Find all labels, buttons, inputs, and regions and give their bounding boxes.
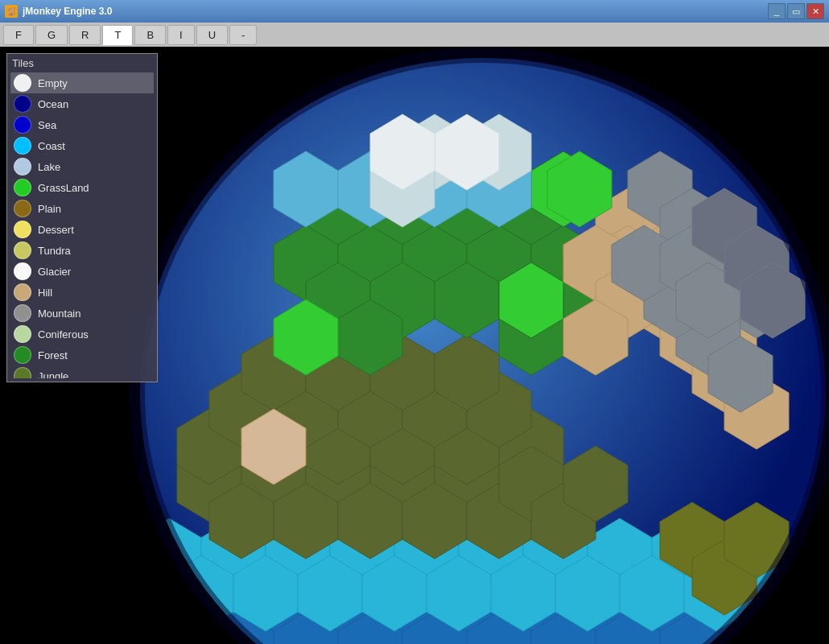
- tile-color-swatch: [14, 137, 31, 155]
- tile-label: Lake: [38, 161, 60, 173]
- tile-list-container: EmptyOceanSeaCoastLakeGrassLandPlainDess…: [10, 72, 154, 378]
- tile-item[interactable]: Tundra: [10, 240, 154, 261]
- tile-label: Empty: [38, 77, 68, 89]
- window-title: jMonkey Engine 3.0: [23, 6, 768, 17]
- tile-item[interactable]: Coast: [10, 135, 154, 156]
- tile-label: Mountain: [38, 308, 80, 320]
- menu-item-g[interactable]: G: [35, 25, 68, 45]
- menu-item-i[interactable]: I: [167, 25, 195, 45]
- restore-button[interactable]: ▭: [787, 3, 805, 19]
- menu-item-t[interactable]: T: [102, 25, 133, 45]
- tile-color-swatch: [14, 262, 31, 280]
- tile-label: Dessert: [38, 224, 74, 236]
- tile-label: Jungle: [38, 370, 68, 379]
- tile-label: Tundra: [38, 245, 71, 257]
- app-icon: 🐒: [5, 5, 18, 18]
- tile-item[interactable]: Forest: [10, 345, 154, 365]
- panel-title: Tiles: [10, 57, 154, 69]
- tile-color-swatch: [14, 242, 31, 259]
- menu-item--[interactable]: -: [229, 25, 257, 45]
- tile-item[interactable]: Plain: [10, 198, 154, 219]
- tile-item[interactable]: Empty: [10, 72, 154, 93]
- tile-item[interactable]: Hill: [10, 282, 154, 303]
- tile-color-swatch: [14, 116, 31, 134]
- menubar: FGRTBIU-: [0, 23, 829, 47]
- tile-list[interactable]: EmptyOceanSeaCoastLakeGrassLandPlainDess…: [10, 72, 154, 378]
- minimize-button[interactable]: _: [768, 3, 786, 19]
- menu-item-u[interactable]: U: [196, 25, 228, 45]
- titlebar: 🐒 jMonkey Engine 3.0 _ ▭ ✕: [0, 0, 829, 23]
- tile-label: Plain: [38, 203, 61, 215]
- tile-item[interactable]: Jungle: [10, 365, 154, 378]
- tile-label: Coast: [38, 140, 65, 152]
- window-controls: _ ▭ ✕: [768, 3, 824, 19]
- tile-label: Sea: [38, 119, 56, 131]
- menu-item-f[interactable]: F: [3, 25, 34, 45]
- tile-item[interactable]: GrassLand: [10, 177, 154, 198]
- tile-color-swatch: [14, 95, 31, 113]
- tile-item[interactable]: Dessert: [10, 219, 154, 240]
- tile-label: Hill: [38, 287, 52, 299]
- tile-label: Glacier: [38, 266, 71, 278]
- tile-item[interactable]: Coniferous: [10, 324, 154, 345]
- tile-color-swatch: [14, 74, 31, 92]
- tile-label: GrassLand: [38, 182, 89, 194]
- close-button[interactable]: ✕: [806, 3, 824, 19]
- tile-color-swatch: [14, 304, 31, 322]
- tile-color-swatch: [14, 158, 31, 175]
- tile-color-swatch: [14, 367, 31, 378]
- tile-color-swatch: [14, 221, 31, 238]
- main-area: Tiles EmptyOceanSeaCoastLakeGrassLandPla…: [0, 47, 829, 644]
- tile-label: Coniferous: [38, 328, 89, 341]
- tile-label: Ocean: [38, 98, 68, 110]
- tile-color-swatch: [14, 325, 31, 343]
- tile-color-swatch: [14, 179, 31, 196]
- tile-item[interactable]: Lake: [10, 156, 154, 177]
- tile-item[interactable]: Sea: [10, 114, 154, 135]
- tile-item[interactable]: Mountain: [10, 303, 154, 324]
- menu-item-b[interactable]: B: [134, 25, 166, 45]
- tile-color-swatch: [14, 346, 31, 364]
- tile-item[interactable]: Glacier: [10, 261, 154, 282]
- tile-color-swatch: [14, 200, 31, 217]
- tile-color-swatch: [14, 283, 31, 301]
- tile-label: Forest: [38, 349, 68, 361]
- side-panel: Tiles EmptyOceanSeaCoastLakeGrassLandPla…: [6, 53, 158, 382]
- tile-item[interactable]: Ocean: [10, 93, 154, 114]
- menu-item-r[interactable]: R: [69, 25, 101, 45]
